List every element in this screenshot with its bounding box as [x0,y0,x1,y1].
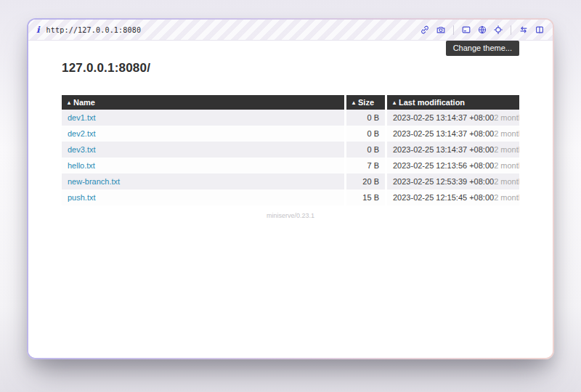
modified-date: 2023-02-25 13:14:37 +08:00 [393,113,494,122]
sort-asc-icon: ▴ [393,99,396,106]
column-header-label: Name [73,98,95,107]
file-size-cell: 7 B [344,158,385,173]
sort-asc-icon: ▴ [68,99,70,106]
modified-date: 2023-02-25 12:15:45 +08:00 [393,193,494,202]
file-modified-cell: 2023-02-25 12:13:56 +08:00 2 months ago [385,158,519,173]
file-modified-cell: 2023-02-25 13:14:37 +08:00 2 months ago [385,126,519,142]
column-header-last-modification[interactable]: ▴Last modification [385,95,519,110]
modified-date: 2023-02-25 13:14:37 +08:00 [393,145,494,154]
crosshair-icon[interactable] [493,25,503,35]
column-header-label: Last modification [399,98,465,107]
table-row: dev3.txt 0 B 2023-02-25 13:14:37 +08:00 … [62,142,519,158]
sort-asc-icon: ▴ [352,99,355,106]
modified-date: 2023-02-25 12:53:39 +08:00 [393,177,494,186]
modified-date: 2023-02-25 12:13:56 +08:00 [393,161,494,170]
modified-relative: 2 months ago [494,193,519,202]
page-content: Change theme... 127.0.0.1:8080/ ▴Name ▴S… [28,41,553,358]
file-link[interactable]: new-branch.txt [68,177,120,186]
browser-toolbar [420,25,545,35]
file-name-cell: dev1.txt [62,110,344,126]
globe-icon[interactable] [477,25,487,35]
file-size-cell: 20 B [344,173,385,189]
split-view-icon[interactable] [535,25,545,35]
file-name-cell: dev2.txt [62,126,344,142]
file-modified-cell: 2023-02-25 13:14:37 +08:00 2 months ago [385,110,519,126]
file-listing-table: ▴Name ▴Size ▴Last modification dev1.txt … [62,95,519,205]
file-link[interactable]: dev2.txt [68,129,96,138]
file-link[interactable]: dev1.txt [68,113,96,122]
file-name-cell: hello.txt [62,158,344,173]
file-name-cell: new-branch.txt [62,173,344,189]
browser-window: i http://127.0.0.1:8080 [27,18,554,359]
table-row: hello.txt 7 B 2023-02-25 12:13:56 +08:00… [62,158,519,173]
swap-arrows-icon[interactable] [519,25,529,35]
file-modified-cell: 2023-02-25 12:53:39 +08:00 2 months ago [385,173,519,189]
file-size-cell: 0 B [344,110,385,126]
camera-icon[interactable] [436,25,446,35]
change-theme-button[interactable]: Change theme... [446,41,519,56]
file-size-cell: 0 B [344,142,385,158]
link-icon[interactable] [420,25,430,35]
modified-relative: 2 months ago [494,113,519,122]
file-name-cell: push.txt [62,189,344,205]
url-text[interactable]: http://127.0.0.1:8080 [46,26,142,34]
file-listing-body: dev1.txt 0 B 2023-02-25 13:14:37 +08:00 … [62,110,519,205]
file-link[interactable]: hello.txt [68,161,95,170]
column-header-name[interactable]: ▴Name [62,95,344,110]
toolbar-separator [453,25,454,35]
modified-date: 2023-02-25 13:14:37 +08:00 [393,129,494,138]
server-version-footer: miniserve/0.23.1 [62,212,519,219]
modified-relative: 2 months ago [494,129,519,138]
browser-header: i http://127.0.0.1:8080 [28,20,553,41]
modified-relative: 2 months ago [494,145,519,154]
url-bar[interactable]: i http://127.0.0.1:8080 [36,25,141,34]
file-modified-cell: 2023-02-25 12:15:45 +08:00 2 months ago [385,189,519,205]
info-icon[interactable]: i [36,25,40,34]
file-modified-cell: 2023-02-25 13:14:37 +08:00 2 months ago [385,142,519,158]
file-size-cell: 15 B [344,189,385,205]
column-header-size[interactable]: ▴Size [344,95,385,110]
file-link[interactable]: dev3.txt [68,145,96,154]
file-size-cell: 0 B [344,126,385,142]
column-header-label: Size [358,98,374,107]
page-title: 127.0.0.1:8080/ [62,61,519,75]
terminal-icon[interactable] [461,25,471,35]
modified-relative: 2 months ago [494,161,519,170]
table-row: dev1.txt 0 B 2023-02-25 13:14:37 +08:00 … [62,110,519,126]
toolbar-separator [511,25,511,35]
table-header-row: ▴Name ▴Size ▴Last modification [62,95,519,110]
browser-window-body: i http://127.0.0.1:8080 [28,20,553,358]
screenshot-stage: i http://127.0.0.1:8080 [0,0,581,392]
table-row: new-branch.txt 20 B 2023-02-25 12:53:39 … [62,173,519,189]
modified-relative: 2 months ago [494,177,519,186]
file-link[interactable]: push.txt [68,193,96,202]
table-row: push.txt 15 B 2023-02-25 12:15:45 +08:00… [62,189,519,205]
table-row: dev2.txt 0 B 2023-02-25 13:14:37 +08:00 … [62,126,519,142]
file-name-cell: dev3.txt [62,142,344,158]
